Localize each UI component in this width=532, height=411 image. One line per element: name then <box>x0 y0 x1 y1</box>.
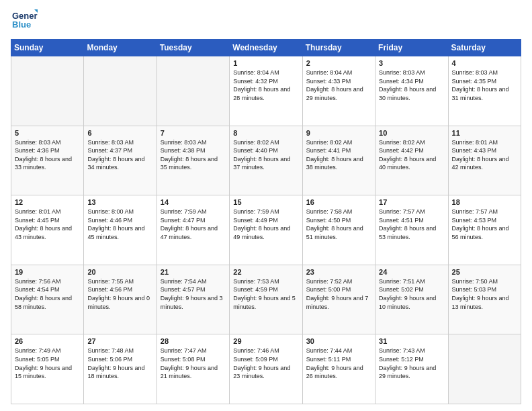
day-number: 16 <box>306 198 371 206</box>
day-cell: 17Sunrise: 7:57 AMSunset: 4:51 PMDayligh… <box>375 195 448 265</box>
day-number: 4 <box>452 59 517 67</box>
weekday-row: SundayMondayTuesdayWednesdayThursdayFrid… <box>11 40 521 56</box>
day-info: Sunrise: 8:04 AMSunset: 4:32 PMDaylight:… <box>233 68 298 102</box>
day-info: Sunrise: 8:02 AMSunset: 4:40 PMDaylight:… <box>233 138 298 172</box>
day-cell: 29Sunrise: 7:46 AMSunset: 5:09 PMDayligh… <box>230 334 302 404</box>
day-info: Sunrise: 8:04 AMSunset: 4:33 PMDaylight:… <box>306 68 371 102</box>
day-info: Sunrise: 7:55 AMSunset: 4:56 PMDaylight:… <box>87 277 152 311</box>
day-cell: 16Sunrise: 7:58 AMSunset: 4:50 PMDayligh… <box>302 195 375 265</box>
day-number: 28 <box>161 337 226 345</box>
day-cell: 23Sunrise: 7:52 AMSunset: 5:00 PMDayligh… <box>302 265 375 334</box>
day-number: 17 <box>379 198 444 206</box>
day-info: Sunrise: 7:44 AMSunset: 5:11 PMDaylight:… <box>306 347 371 380</box>
day-cell: 10Sunrise: 8:02 AMSunset: 4:42 PMDayligh… <box>375 126 448 195</box>
day-info: Sunrise: 7:57 AMSunset: 4:53 PMDaylight:… <box>452 208 517 241</box>
day-cell: 3Sunrise: 8:03 AMSunset: 4:34 PMDaylight… <box>375 56 448 126</box>
day-cell: 26Sunrise: 7:49 AMSunset: 5:05 PMDayligh… <box>11 334 84 404</box>
logo: General Blue <box>11 7 38 34</box>
day-number: 6 <box>87 129 152 137</box>
day-number: 2 <box>306 59 371 67</box>
day-cell: 9Sunrise: 8:02 AMSunset: 4:41 PMDaylight… <box>302 126 375 195</box>
day-number: 24 <box>379 268 444 276</box>
day-cell: 5Sunrise: 8:03 AMSunset: 4:36 PMDaylight… <box>11 126 84 195</box>
day-number: 25 <box>452 268 517 276</box>
weekday-header-sunday: Sunday <box>11 40 84 56</box>
day-number: 12 <box>15 198 80 206</box>
week-row-2: 5Sunrise: 8:03 AMSunset: 4:36 PMDaylight… <box>11 126 521 195</box>
day-info: Sunrise: 8:00 AMSunset: 4:46 PMDaylight:… <box>87 208 152 241</box>
day-info: Sunrise: 7:47 AMSunset: 5:08 PMDaylight:… <box>161 347 226 380</box>
day-number: 8 <box>233 129 298 137</box>
day-info: Sunrise: 7:52 AMSunset: 5:00 PMDaylight:… <box>306 277 371 311</box>
weekday-header-wednesday: Wednesday <box>230 40 302 56</box>
day-cell <box>448 334 521 404</box>
day-info: Sunrise: 8:03 AMSunset: 4:34 PMDaylight:… <box>379 68 444 102</box>
weekday-header-friday: Friday <box>375 40 448 56</box>
day-info: Sunrise: 7:54 AMSunset: 4:57 PMDaylight:… <box>161 277 226 311</box>
weekday-header-tuesday: Tuesday <box>157 40 229 56</box>
day-cell: 22Sunrise: 7:53 AMSunset: 4:59 PMDayligh… <box>230 265 302 334</box>
day-info: Sunrise: 7:59 AMSunset: 4:49 PMDaylight:… <box>233 208 298 241</box>
weekday-header-saturday: Saturday <box>448 40 521 56</box>
day-number: 30 <box>306 337 371 345</box>
day-cell: 14Sunrise: 7:59 AMSunset: 4:47 PMDayligh… <box>157 195 229 265</box>
day-cell: 31Sunrise: 7:43 AMSunset: 5:12 PMDayligh… <box>375 334 448 404</box>
day-info: Sunrise: 7:56 AMSunset: 4:54 PMDaylight:… <box>15 277 80 311</box>
day-cell: 4Sunrise: 8:03 AMSunset: 4:35 PMDaylight… <box>448 56 521 126</box>
day-info: Sunrise: 8:03 AMSunset: 4:38 PMDaylight:… <box>161 138 226 172</box>
day-info: Sunrise: 8:03 AMSunset: 4:36 PMDaylight:… <box>15 138 80 172</box>
day-number: 1 <box>233 59 298 67</box>
day-info: Sunrise: 7:51 AMSunset: 5:02 PMDaylight:… <box>379 277 444 311</box>
day-cell: 12Sunrise: 8:01 AMSunset: 4:45 PMDayligh… <box>11 195 84 265</box>
day-cell: 18Sunrise: 7:57 AMSunset: 4:53 PMDayligh… <box>448 195 521 265</box>
day-number: 19 <box>15 268 80 276</box>
day-number: 26 <box>15 337 80 345</box>
day-number: 11 <box>452 129 517 137</box>
day-cell: 21Sunrise: 7:54 AMSunset: 4:57 PMDayligh… <box>157 265 229 334</box>
svg-text:Blue: Blue <box>12 19 31 30</box>
day-info: Sunrise: 8:03 AMSunset: 4:37 PMDaylight:… <box>87 138 152 172</box>
day-info: Sunrise: 7:46 AMSunset: 5:09 PMDaylight:… <box>233 347 298 380</box>
day-info: Sunrise: 8:02 AMSunset: 4:41 PMDaylight:… <box>306 138 371 172</box>
calendar: SundayMondayTuesdayWednesdayThursdayFrid… <box>11 39 521 404</box>
day-cell: 1Sunrise: 8:04 AMSunset: 4:32 PMDaylight… <box>230 56 302 126</box>
day-number: 14 <box>161 198 226 206</box>
day-info: Sunrise: 8:01 AMSunset: 4:43 PMDaylight:… <box>452 138 517 172</box>
day-cell: 25Sunrise: 7:50 AMSunset: 5:03 PMDayligh… <box>448 265 521 334</box>
day-cell: 11Sunrise: 8:01 AMSunset: 4:43 PMDayligh… <box>448 126 521 195</box>
week-row-3: 12Sunrise: 8:01 AMSunset: 4:45 PMDayligh… <box>11 195 521 265</box>
day-number: 10 <box>379 129 444 137</box>
day-info: Sunrise: 7:48 AMSunset: 5:06 PMDaylight:… <box>87 347 152 380</box>
day-cell: 2Sunrise: 8:04 AMSunset: 4:33 PMDaylight… <box>302 56 375 126</box>
day-cell <box>84 56 157 126</box>
day-number: 29 <box>233 337 298 345</box>
day-info: Sunrise: 7:50 AMSunset: 5:03 PMDaylight:… <box>452 277 517 311</box>
day-number: 20 <box>87 268 152 276</box>
day-number: 9 <box>306 129 371 137</box>
day-info: Sunrise: 8:02 AMSunset: 4:42 PMDaylight:… <box>379 138 444 172</box>
calendar-header: SundayMondayTuesdayWednesdayThursdayFrid… <box>11 40 521 56</box>
day-cell: 28Sunrise: 7:47 AMSunset: 5:08 PMDayligh… <box>157 334 229 404</box>
weekday-header-thursday: Thursday <box>302 40 375 56</box>
day-info: Sunrise: 7:49 AMSunset: 5:05 PMDaylight:… <box>15 347 80 380</box>
day-cell: 20Sunrise: 7:55 AMSunset: 4:56 PMDayligh… <box>84 265 157 334</box>
day-number: 15 <box>233 198 298 206</box>
day-cell <box>157 56 229 126</box>
day-info: Sunrise: 7:57 AMSunset: 4:51 PMDaylight:… <box>379 208 444 241</box>
calendar-body: 1Sunrise: 8:04 AMSunset: 4:32 PMDaylight… <box>11 56 521 404</box>
day-cell: 6Sunrise: 8:03 AMSunset: 4:37 PMDaylight… <box>84 126 157 195</box>
day-number: 22 <box>233 268 298 276</box>
header: General Blue <box>11 7 521 34</box>
week-row-4: 19Sunrise: 7:56 AMSunset: 4:54 PMDayligh… <box>11 265 521 334</box>
day-info: Sunrise: 7:43 AMSunset: 5:12 PMDaylight:… <box>379 347 444 380</box>
week-row-5: 26Sunrise: 7:49 AMSunset: 5:05 PMDayligh… <box>11 334 521 404</box>
page: General Blue SundayMondayTuesdayWednesda… <box>0 0 532 411</box>
day-info: Sunrise: 7:59 AMSunset: 4:47 PMDaylight:… <box>161 208 226 241</box>
day-number: 23 <box>306 268 371 276</box>
day-cell: 8Sunrise: 8:02 AMSunset: 4:40 PMDaylight… <box>230 126 302 195</box>
day-number: 21 <box>161 268 226 276</box>
day-cell: 24Sunrise: 7:51 AMSunset: 5:02 PMDayligh… <box>375 265 448 334</box>
day-info: Sunrise: 8:01 AMSunset: 4:45 PMDaylight:… <box>15 208 80 241</box>
day-info: Sunrise: 7:58 AMSunset: 4:50 PMDaylight:… <box>306 208 371 241</box>
logo-svg: General Blue <box>11 7 38 34</box>
